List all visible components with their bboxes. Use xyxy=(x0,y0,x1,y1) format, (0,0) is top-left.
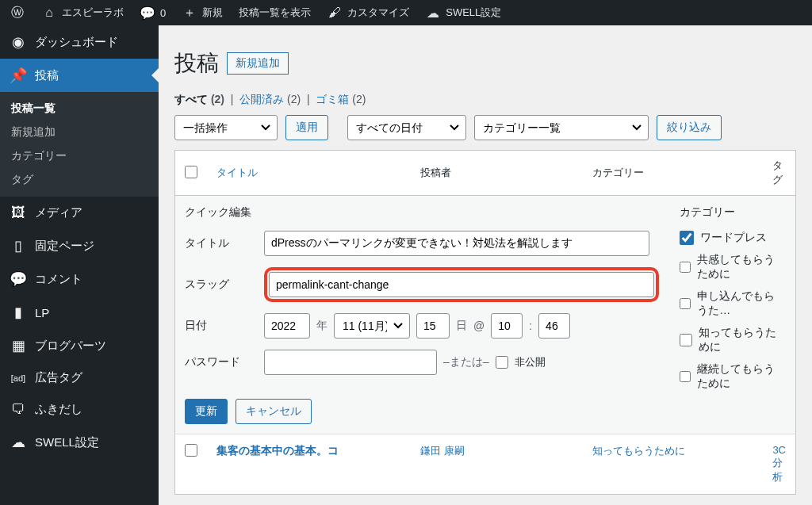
cat-checkbox-0[interactable] xyxy=(680,231,694,245)
status-filter: すべて (2) | 公開済み (2) | ゴミ箱 (2) xyxy=(174,93,796,107)
hour-input[interactable] xyxy=(491,313,523,339)
menu-pages-label: 固定ページ xyxy=(35,239,94,254)
slug-label: スラッグ xyxy=(185,277,258,292)
menu-ad-tags[interactable]: [ad]広告タグ xyxy=(0,362,159,393)
col-title[interactable]: タイトル xyxy=(216,166,258,178)
cat-label-2: 申し込んでもらうた… xyxy=(697,289,786,318)
menu-balloon[interactable]: 🗨ふきだし xyxy=(0,393,159,426)
menu-comments[interactable]: 💬コメント xyxy=(0,262,159,296)
title-input[interactable] xyxy=(264,231,649,256)
media-icon: 🖼 xyxy=(10,205,27,221)
col-categories: カテゴリー xyxy=(592,166,644,178)
slug-input[interactable] xyxy=(269,272,654,297)
month-select[interactable]: 11 (11月) xyxy=(334,313,410,339)
password-label: パスワード xyxy=(185,355,258,369)
cat-checkbox-2[interactable] xyxy=(680,296,691,311)
private-checkbox[interactable] xyxy=(496,356,508,369)
menu-blogparts-label: ブログパーツ xyxy=(35,339,106,354)
quick-edit-legend: クイック編集 xyxy=(185,205,661,220)
cat-item-1: 共感してもらうために xyxy=(680,253,786,281)
comment-icon: 💬 xyxy=(140,5,155,21)
minute-input[interactable] xyxy=(538,313,570,339)
date-filter-select[interactable]: すべての日付 xyxy=(347,115,466,140)
row-checkbox[interactable] xyxy=(185,444,197,457)
customize[interactable]: 🖌カスタマイズ xyxy=(319,0,417,25)
filter-published[interactable]: 公開済み (2) xyxy=(239,93,301,105)
cat-item-0: ワードプレス xyxy=(680,231,786,245)
day-input[interactable] xyxy=(416,313,450,339)
post-category-link[interactable]: 知ってもらうために xyxy=(592,445,685,457)
or-separator: –または– xyxy=(443,355,489,369)
menu-swell-label: SWELL設定 xyxy=(35,435,99,450)
filter-all[interactable]: すべて (2) xyxy=(174,93,224,105)
filter-button[interactable]: 絞り込み xyxy=(657,115,722,140)
filter-trash[interactable]: ゴミ箱 (2) xyxy=(316,93,366,105)
menu-posts[interactable]: 📌投稿 xyxy=(0,59,159,92)
apply-button[interactable]: 適用 xyxy=(285,115,328,140)
grid-icon: ▦ xyxy=(10,337,27,354)
post-title-link[interactable]: 集客の基本中の基本。コ xyxy=(216,444,339,457)
ad-icon: [ad] xyxy=(10,373,27,383)
bulk-action-select[interactable]: 一括操作 xyxy=(174,115,278,140)
cat-checkbox-3[interactable] xyxy=(680,333,692,347)
pin-icon: 📌 xyxy=(10,67,27,84)
swell-icon: ☁ xyxy=(425,5,441,21)
submenu-all-posts[interactable]: 投稿一覧 xyxy=(0,97,159,121)
wordpress-icon: ⓦ xyxy=(10,5,25,21)
site-name-label: エスビーラボ xyxy=(62,6,124,20)
add-new-button[interactable]: 新規追加 xyxy=(227,52,289,75)
cat-checkbox-4[interactable] xyxy=(680,369,691,384)
table-row: 集客の基本中の基本。コ 鎌田 康嗣 知ってもらうために 3C分析 xyxy=(175,434,796,495)
menu-dashboard[interactable]: ◉ダッシュボード xyxy=(0,25,159,59)
balloon-icon: 🗨 xyxy=(10,401,27,418)
customize-label: カスタマイズ xyxy=(347,6,409,20)
view-posts-label: 投稿一覧を表示 xyxy=(239,6,311,20)
quick-edit-row: クイック編集 タイトル スラッグ xyxy=(175,196,796,434)
post-author-link[interactable]: 鎌田 康嗣 xyxy=(420,445,465,457)
posts-table: タイトル 投稿者 カテゴリー タグ クイック編集 タイトル xyxy=(174,150,796,495)
category-filter-select[interactable]: カテゴリー一覧 xyxy=(474,115,649,140)
select-all-checkbox[interactable] xyxy=(185,166,197,178)
page-icon: ▯ xyxy=(10,237,27,254)
admin-toolbar: ⓦ ⌂エスビーラボ 💬0 ＋新規 投稿一覧を表示 🖌カスタマイズ ☁SWELL設… xyxy=(0,0,812,25)
post-tag-link[interactable]: 3C分析 xyxy=(772,444,786,483)
view-posts[interactable]: 投稿一覧を表示 xyxy=(231,0,319,25)
dashboard-icon: ◉ xyxy=(10,33,27,51)
menu-swell[interactable]: ☁SWELL設定 xyxy=(0,426,159,459)
cancel-button[interactable]: キャンセル xyxy=(236,399,312,424)
cat-checkbox-1[interactable] xyxy=(680,260,691,274)
date-label: 日付 xyxy=(185,319,258,333)
new-label: 新規 xyxy=(202,6,223,20)
cat-label-1: 共感してもらうために xyxy=(697,253,786,281)
submenu-new-post[interactable]: 新規追加 xyxy=(0,121,159,144)
menu-comments-label: コメント xyxy=(35,272,82,287)
cat-label-0: ワードプレス xyxy=(700,231,767,245)
menu-lp[interactable]: ▮LP xyxy=(0,296,159,329)
year-suffix: 年 xyxy=(316,319,327,333)
menu-pages[interactable]: ▯固定ページ xyxy=(0,229,159,262)
menu-dashboard-label: ダッシュボード xyxy=(35,35,118,50)
site-link[interactable]: ⌂エスビーラボ xyxy=(33,0,132,25)
swell-icon: ☁ xyxy=(10,434,27,451)
wp-logo[interactable]: ⓦ xyxy=(2,0,33,25)
new-content[interactable]: ＋新規 xyxy=(174,0,231,25)
submenu-categories[interactable]: カテゴリー xyxy=(0,144,159,168)
swell-settings-top[interactable]: ☁SWELL設定 xyxy=(417,0,509,25)
cat-item-4: 継続してもらうために xyxy=(680,362,786,391)
password-input[interactable] xyxy=(264,350,437,375)
swell-label: SWELL設定 xyxy=(446,6,501,20)
menu-media[interactable]: 🖼メディア xyxy=(0,197,159,229)
cat-label-4: 継続してもらうために xyxy=(697,362,786,391)
plus-icon: ＋ xyxy=(182,5,197,21)
col-tags: タグ xyxy=(772,159,783,186)
year-input[interactable] xyxy=(264,313,310,339)
comments-link[interactable]: 💬0 xyxy=(132,0,174,25)
menu-blog-parts[interactable]: ▦ブログパーツ xyxy=(0,329,159,362)
update-button[interactable]: 更新 xyxy=(185,399,228,424)
time-colon: : xyxy=(529,319,532,332)
submenu-tags[interactable]: タグ xyxy=(0,168,159,192)
at-sign: @ xyxy=(473,319,485,332)
main-content: 投稿 新規追加 すべて (2) | 公開済み (2) | ゴミ箱 (2) 一括操… xyxy=(159,0,812,505)
menu-media-label: メディア xyxy=(35,205,82,220)
category-checklist: ワードプレス 共感してもらうために 申し込んでもらうた… 知ってもらうために 継… xyxy=(680,231,786,391)
